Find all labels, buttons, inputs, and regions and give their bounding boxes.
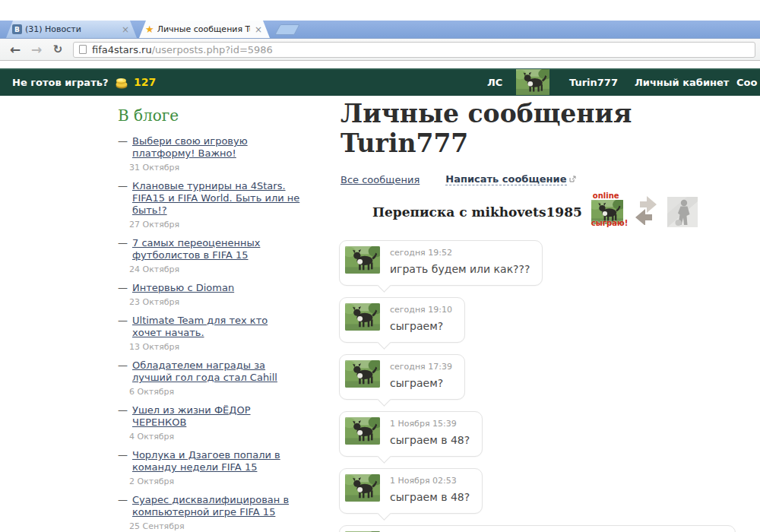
- blog-item-date: 27 Октября: [129, 220, 300, 230]
- dash-bullet: —: [118, 237, 128, 261]
- blog-item: — Чорлука и Дзагоев попали в команду нед…: [118, 449, 300, 473]
- window-titlebar: [0, 0, 760, 21]
- blog-sidebar-title: В блоге: [118, 106, 300, 125]
- coins-icon: [114, 68, 129, 96]
- blog-item: — Выбери свою игровую платформу! Важно!: [118, 135, 300, 160]
- blog-item-link[interactable]: Ultimate Team для тех кто хочет начать.: [132, 315, 300, 339]
- message-bubble: сегодня 19:10 сыграем?: [339, 297, 465, 343]
- sender-avatar[interactable]: [345, 474, 380, 502]
- blog-item: — Суарес дисквалифицирован в компьютерно…: [118, 494, 300, 518]
- dash-bullet: —: [118, 494, 128, 518]
- opponent-avatar-placeholder[interactable]: [667, 197, 698, 227]
- tab-news-title: (31) Новости: [25, 24, 117, 34]
- message-time: сегодня 19:52: [390, 248, 530, 258]
- dash-bullet: —: [118, 135, 128, 160]
- vk-favicon-icon: B: [12, 24, 22, 34]
- message-body: 1 Ноября 02:53 сыграем в 48?: [390, 474, 470, 505]
- external-link-icon: [569, 176, 576, 184]
- message-time: 1 Ноября 15:39: [390, 419, 470, 429]
- browser-window: B (31) Новости × ★ Личные сообщения Turi…: [0, 0, 760, 68]
- navbar-avatar[interactable]: [516, 68, 549, 96]
- play-status-label: сыграю!: [591, 219, 628, 227]
- blog-item: — Клановые турниры на 4Stars. FIFA15 и F…: [118, 180, 300, 217]
- sender-avatar[interactable]: [345, 417, 380, 445]
- write-message-label: Написать сообщение: [445, 173, 566, 185]
- personal-cabinet-link[interactable]: Личный кабинет: [635, 68, 729, 96]
- blog-item: — 7 самых переоцененных футболистов в FI…: [118, 237, 300, 261]
- page-content: В блоге — Выбери свою игровую платформу!…: [0, 96, 760, 506]
- message-bubble: сегодня 17:39 сыграем?: [339, 354, 465, 400]
- tab-close-icon[interactable]: ×: [120, 25, 131, 34]
- message-text: сыграем?: [390, 375, 452, 391]
- blog-item-link[interactable]: Клановые турниры на 4Stars. FIFA15 и FIF…: [132, 180, 300, 217]
- url-path: /userposts.php?id=5986: [152, 44, 273, 55]
- message-text: сыграем?: [390, 318, 452, 334]
- url-domain: fifa4stars.ru: [92, 44, 152, 55]
- star-favicon-icon: ★: [145, 24, 154, 34]
- message-bubble: сегодня 19:52 играть будем или как???: [339, 240, 543, 286]
- own-avatar[interactable]: online сыграю!: [591, 200, 623, 224]
- new-tab-button[interactable]: [274, 24, 299, 35]
- tab-news[interactable]: B (31) Новости ×: [6, 21, 137, 38]
- blog-item-link[interactable]: Интервью с Dioman: [132, 282, 234, 294]
- sender-avatar[interactable]: [345, 246, 380, 274]
- blog-item-link[interactable]: Выбери свою игровую платформу! Важно!: [132, 135, 300, 160]
- blog-item-link[interactable]: 7 самых переоцененных футболистов в FIFA…: [132, 237, 300, 261]
- message-text: сыграем в 48?: [390, 432, 470, 448]
- blog-item-link[interactable]: Суарес дисквалифицирован в компьютерной …: [132, 494, 300, 518]
- online-status-label: online: [593, 192, 619, 200]
- tab-messages[interactable]: ★ Личные сообщения Turin77 ×: [139, 21, 270, 38]
- message-text: играть будем или как???: [390, 261, 530, 277]
- page-document-icon: [79, 45, 87, 54]
- swap-arrows-icon: [634, 196, 658, 228]
- blog-item-link[interactable]: Ушел из жизни ФЁДОР ЧЕРЕНКОВ: [132, 404, 300, 429]
- dash-bullet: —: [118, 315, 128, 339]
- all-messages-link[interactable]: Все сообщения: [340, 174, 420, 185]
- forward-button: →: [26, 42, 47, 57]
- private-messages-link[interactable]: ЛС: [487, 68, 502, 96]
- blog-item-link[interactable]: Чорлука и Дзагоев попали в команду недел…: [132, 449, 300, 473]
- blog-item: — Обладателем награды за лучший гол года…: [118, 359, 300, 384]
- message-body: сегодня 19:10 сыграем?: [390, 303, 452, 334]
- back-button[interactable]: ←: [5, 42, 26, 57]
- not-ready-link[interactable]: Не готов играть?: [12, 68, 108, 96]
- conversation-title: Переписка с mikhovets1985: [372, 204, 582, 220]
- site-navbar: Не готов играть? 127 ЛС Turin777 Личный …: [0, 68, 760, 96]
- tab-strip: B (31) Новости × ★ Личные сообщения Turi…: [0, 21, 760, 39]
- write-message-link[interactable]: Написать сообщение: [445, 173, 566, 185]
- dash-bullet: —: [118, 449, 128, 473]
- message-links-row: Все сообщения Написать сообщение: [340, 173, 755, 185]
- blog-item-date: 2 Октября: [129, 477, 300, 486]
- message-body: сегодня 19:52 играть будем или как???: [390, 246, 530, 277]
- page-title: Личные сообщения Turin777: [340, 99, 755, 158]
- message-list: сегодня 19:52 играть будем или как??? се…: [340, 240, 755, 532]
- blog-item: — Интервью с Dioman: [118, 282, 300, 294]
- tab-close-icon[interactable]: ×: [253, 25, 264, 34]
- username-link[interactable]: Turin777: [569, 68, 618, 96]
- message-text: сыграем в 48?: [390, 489, 470, 505]
- coins-count: 127: [134, 68, 156, 96]
- messages-link-clipped[interactable]: Соо: [736, 68, 757, 96]
- messages-main: Личные сообщения Turin777 Все сообщения …: [340, 96, 755, 532]
- sender-avatar[interactable]: [345, 360, 380, 388]
- conversation-header: Переписка с mikhovets1985 online сыграю!: [340, 196, 755, 228]
- message-bubble: 31 Октября 01:16 привет надо сыграть 48 …: [339, 525, 736, 532]
- message-time: сегодня 19:10: [390, 305, 452, 315]
- blog-item-date: 31 Октября: [129, 163, 300, 173]
- reload-button[interactable]: ↻: [47, 43, 68, 56]
- page-top-gap: [0, 61, 760, 68]
- dash-bullet: —: [118, 180, 128, 217]
- blog-sidebar: В блоге — Выбери свою игровую платформу!…: [118, 106, 300, 532]
- blog-item-link[interactable]: Обладателем награды за лучший гол года с…: [132, 359, 300, 384]
- browser-toolbar: ← → ↻ fifa4stars.ru /userposts.php?id=59…: [0, 39, 760, 61]
- tab-messages-title: Личные сообщения Turin77: [157, 24, 250, 34]
- message-time: сегодня 17:39: [390, 362, 452, 372]
- sender-avatar[interactable]: [345, 303, 380, 331]
- message-time: 1 Ноября 02:53: [390, 476, 470, 486]
- blog-item-date: 13 Октября: [129, 342, 300, 352]
- blog-item: — Ultimate Team для тех кто хочет начать…: [118, 315, 300, 339]
- message-bubble: 1 Ноября 15:39 сыграем в 48?: [339, 411, 483, 457]
- address-bar[interactable]: fifa4stars.ru /userposts.php?id=5986: [73, 42, 755, 58]
- blog-item-date: 25 Сентября: [129, 521, 300, 531]
- blog-item-date: 23 Октября: [129, 297, 300, 307]
